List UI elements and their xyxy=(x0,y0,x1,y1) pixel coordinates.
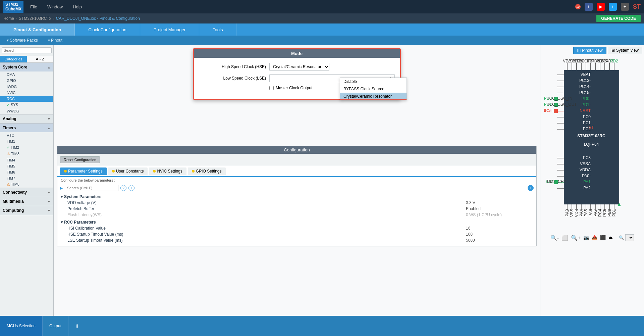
svg-text:NRST: NRST xyxy=(544,108,553,113)
tab-project-manager[interactable]: Project Manager xyxy=(140,23,199,36)
dropdown-disable[interactable]: Disable xyxy=(340,78,407,85)
sidebar-tab-categories[interactable]: Categories xyxy=(0,56,27,62)
sidebar-item-tim7[interactable]: TIM7 xyxy=(0,175,53,181)
sidebar-item-nvic[interactable]: NVIC xyxy=(0,90,53,96)
breadcrumb-mcu[interactable]: STM32F103RCTx xyxy=(19,16,51,21)
tab-clock-config[interactable]: Clock Configuration xyxy=(75,23,140,36)
community-icon[interactable]: ✦ xyxy=(621,3,629,11)
sidebar-item-tim4[interactable]: TIM4 xyxy=(0,157,53,163)
master-clock-checkbox-container: Master Clock Output xyxy=(269,86,312,90)
info-circle-icon[interactable]: ? xyxy=(120,185,126,191)
section-analog-header[interactable]: Analog ▼ xyxy=(0,114,53,123)
reset-config-button[interactable]: Reset Configuration xyxy=(60,156,100,163)
bottom-resize-handle: ⬆ xyxy=(75,323,79,329)
tab-gpio-settings[interactable]: GPIO Settings xyxy=(188,167,226,175)
svg-text:PC2: PC2 xyxy=(583,127,591,131)
dropdown-crystal[interactable]: Crystal/Ceramic Resonator xyxy=(340,93,407,100)
dropdown-bypass[interactable]: BYPASS Clock Source xyxy=(340,85,407,93)
generate-code-button[interactable]: GENERATE CODE xyxy=(596,15,641,22)
sidebar-item-gpio[interactable]: GPIO xyxy=(0,78,53,84)
hse-label: High Speed Clock (HSE) xyxy=(199,64,266,69)
breadcrumb-home[interactable]: Home xyxy=(3,16,14,21)
sidebar-item-iwdg[interactable]: IWDG xyxy=(0,84,53,90)
fit-view-icon[interactable]: ⬜ xyxy=(561,235,568,241)
sidebar-item-tim6[interactable]: TIM6 xyxy=(0,169,53,175)
sidebar-item-tim1[interactable]: TIM1 xyxy=(0,138,53,144)
param-tab-dot xyxy=(64,170,67,173)
svg-text:PC13-: PC13- xyxy=(579,78,590,83)
section-system-core: System Core ▲ DMA GPIO IWDG NVIC RCC SYS… xyxy=(0,63,53,114)
youtube-icon[interactable]: ▶ xyxy=(597,3,605,11)
top-bar-right: 19 f ▶ t ✦ ST xyxy=(575,3,641,11)
svg-text:VDDA: VDDA xyxy=(579,167,590,172)
search-input[interactable] xyxy=(2,47,52,53)
tab-tools[interactable]: Tools xyxy=(199,23,236,36)
svg-text:PC15-: PC15- xyxy=(579,90,590,95)
subnav-software-packs[interactable]: ▾ Software Packs xyxy=(7,38,38,43)
tab-parameter-settings[interactable]: Parameter Settings xyxy=(60,167,107,175)
svg-text:PA4: PA4 xyxy=(579,209,584,217)
section-system-core-items: DMA GPIO IWDG NVIC RCC SYS WWDG xyxy=(0,71,53,114)
breadcrumb-bar: Home › STM32F103RCTx › CAR_DUOJI_ONE.ioc… xyxy=(0,13,644,23)
resize-icon[interactable]: ⬆ xyxy=(75,323,79,329)
subnav-pinout[interactable]: ▾ Pinout xyxy=(48,38,62,43)
menu-file[interactable]: File xyxy=(30,4,37,9)
bottom-tab-output[interactable]: Output xyxy=(43,316,68,336)
svg-text:PA1: PA1 xyxy=(583,180,591,184)
config-tabs: Parameter Settings User Constants NVIC S… xyxy=(57,166,536,177)
nvic-tab-dot xyxy=(153,170,156,173)
tab-user-constants[interactable]: User Constants xyxy=(108,167,148,175)
param-flash: Flash Latency(WS) 0 WS (1 CPU cycle) xyxy=(61,212,533,218)
config-search-input[interactable] xyxy=(65,185,118,191)
zoom-in-icon[interactable]: 🔍+ xyxy=(571,235,581,241)
pinout-view-btn[interactable]: ◫ Pinout view xyxy=(573,47,606,54)
notification-badge[interactable]: 19 xyxy=(575,4,581,9)
tab-pinout-config[interactable]: Pinout & Configuration xyxy=(0,23,75,36)
sidebar-item-tim8[interactable]: TIM8 xyxy=(0,181,53,188)
system-view-btn[interactable]: ⊞ System view xyxy=(608,47,642,54)
expand-icon[interactable]: + xyxy=(128,185,135,191)
help-icon[interactable]: i xyxy=(528,185,534,191)
menu-help[interactable]: Help xyxy=(73,4,82,9)
compress-icon[interactable]: ⏏ xyxy=(608,235,613,240)
main-content: 🔍 ⚙ Categories A→Z System Core ▲ DMA GPI… xyxy=(0,45,644,316)
split-icon[interactable]: ⬛ xyxy=(600,235,606,240)
params-group-rcc-header[interactable]: ▾ RCC Parameters xyxy=(61,219,533,225)
sidebar-item-tim5[interactable]: TIM5 xyxy=(0,163,53,169)
sidebar-item-sys[interactable]: SYS xyxy=(0,102,53,108)
export-icon[interactable]: 📤 xyxy=(592,235,597,240)
sidebar-item-tim3[interactable]: TIM3 xyxy=(0,151,53,157)
sidebar-tab-az[interactable]: A→Z xyxy=(27,56,54,62)
sidebar-item-tim2[interactable]: TIM2 xyxy=(0,144,53,151)
params-group-system-header[interactable]: ▾ System Parameters xyxy=(61,194,533,200)
sidebar-item-wwdg[interactable]: WWDG xyxy=(0,108,53,114)
section-connectivity: Connectivity ▼ xyxy=(0,188,53,197)
config-section-title: Configuration xyxy=(57,146,536,154)
zoom-out-icon[interactable]: 🔍- xyxy=(550,235,559,241)
hse-select[interactable]: Crystal/Ceramic Resonator xyxy=(269,63,329,71)
svg-text:STM32F103RC: STM32F103RC xyxy=(577,134,605,138)
twitter-icon[interactable]: t xyxy=(609,3,617,11)
section-timers-header[interactable]: Timers ▲ xyxy=(0,124,53,132)
section-multimedia-header[interactable]: Multimedia ▼ xyxy=(0,197,53,206)
zoom-select[interactable] xyxy=(625,234,634,241)
section-system-core-header[interactable]: System Core ▲ xyxy=(0,63,53,71)
bottom-tab-mcus[interactable]: MCUs Selection xyxy=(0,316,43,336)
svg-text:PD1-: PD1- xyxy=(581,102,590,107)
section-connectivity-header[interactable]: Connectivity ▼ xyxy=(0,188,53,197)
svg-text:VDD: VDD xyxy=(574,208,579,217)
rcc-hse-row: High Speed Clock (HSE) Crystal/Ceramic R… xyxy=(199,63,395,71)
search-chevron-icon: ▶ xyxy=(60,186,63,190)
sidebar-item-rtc[interactable]: RTC xyxy=(0,132,53,138)
master-clock-checkbox[interactable] xyxy=(269,86,274,90)
sidebar-item-rcc[interactable]: RCC xyxy=(0,96,53,102)
facebook-icon[interactable]: f xyxy=(585,3,593,11)
screenshot-icon[interactable]: 📷 xyxy=(583,235,589,240)
section-computing-header[interactable]: Computing ▼ xyxy=(0,206,53,215)
svg-text:NRST: NRST xyxy=(580,108,591,113)
breadcrumb-project[interactable]: CAR_DUOJI_ONE.ioc - Pinout & Configurati… xyxy=(56,16,140,21)
tab-nvic-settings[interactable]: NVIC Settings xyxy=(149,167,186,175)
menu-window[interactable]: Window xyxy=(47,4,63,9)
top-bar-left: STM32 CubeMX File Window Help xyxy=(3,1,82,13)
sidebar-item-dma[interactable]: DMA xyxy=(0,71,53,78)
